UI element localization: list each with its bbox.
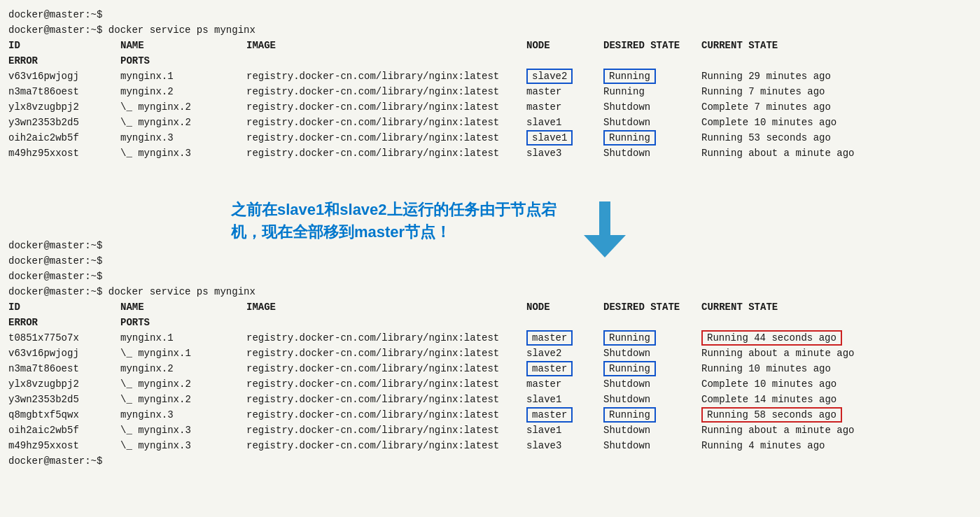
row-name: \_ mynginx.2 <box>120 101 246 113</box>
row-current-state: Running 10 minutes ago <box>701 363 883 374</box>
row-desired-state: Running <box>603 132 701 143</box>
node-boxed: master <box>526 330 573 346</box>
col-id-header: ID <box>8 40 120 51</box>
dstate-boxed: Running <box>603 407 656 423</box>
col2-node-header: NODE <box>526 302 603 313</box>
table-row: v63v16pwjogj\_ mynginx.1registry.docker-… <box>0 346 980 361</box>
row-node: master <box>526 332 603 344</box>
row-current-state: Running about a minute ago <box>701 425 883 436</box>
row-image: registry.docker-cn.com/library/nginx:lat… <box>246 71 526 82</box>
dstate-boxed: Running <box>603 330 656 346</box>
table1-subheader: ERROR PORTS <box>0 53 980 69</box>
row-desired-state: Shutdown <box>603 440 701 451</box>
node-boxed: slave2 <box>526 69 573 84</box>
arrow-down-icon <box>584 201 626 260</box>
row-image: registry.docker-cn.com/library/nginx:lat… <box>246 117 526 128</box>
table1-header: ID NAME IMAGE NODE DESIRED STATE CURRENT… <box>0 38 980 53</box>
row-image: registry.docker-cn.com/library/nginx:lat… <box>246 363 526 374</box>
cstate-boxed: Running 44 seconds ago <box>701 330 842 346</box>
row-id: m49hz95xxost <box>8 440 120 451</box>
row-name: mynginx.2 <box>120 363 246 374</box>
table-row: q8mgbtxf5qwxmynginx.3registry.docker-cn.… <box>0 407 980 423</box>
footer-prompt: docker@master:~$ <box>0 453 980 469</box>
table2-header: ID NAME IMAGE NODE DESIRED STATE CURRENT… <box>0 299 980 315</box>
row-node: slave1 <box>526 132 603 143</box>
row-image: registry.docker-cn.com/library/nginx:lat… <box>246 86 526 97</box>
row-current-state: Running 44 seconds ago <box>701 332 883 344</box>
dstate-boxed: Running <box>603 361 656 376</box>
row-id: v63v16pwjogj <box>8 348 120 359</box>
prompt2-line-3: docker@master:~$ <box>0 269 980 284</box>
row-node: master <box>526 86 603 97</box>
row-desired-state: Shutdown <box>603 394 701 405</box>
row-node: slave2 <box>526 348 603 359</box>
footer-prompt-text: docker@master:~$ <box>8 455 102 467</box>
table-row: m49hz95xxost\_ mynginx.3registry.docker-… <box>0 438 980 453</box>
row-name: \_ mynginx.3 <box>120 425 246 436</box>
svg-rect-1 <box>599 201 610 238</box>
col-dstate-header: DESIRED STATE <box>603 40 701 51</box>
row-node: slave1 <box>526 394 603 405</box>
col-cstate-header: CURRENT STATE <box>701 40 883 51</box>
row-current-state: Running 7 minutes ago <box>701 86 883 97</box>
row-node: slave1 <box>526 425 603 436</box>
row-name: \_ mynginx.1 <box>120 348 246 359</box>
row-current-state: Complete 10 minutes ago <box>701 378 883 390</box>
table-row: y3wn2353b2d5\_ mynginx.2registry.docker-… <box>0 392 980 407</box>
row-id: v63v16pwjogj <box>8 71 120 82</box>
row-desired-state: Shutdown <box>603 101 701 113</box>
row-id: oih2aic2wb5f <box>8 425 120 436</box>
row-node: slave3 <box>526 148 603 159</box>
row-desired-state: Running <box>603 363 701 374</box>
row-desired-state: Shutdown <box>603 425 701 436</box>
command2-text: docker@master:~$ docker service ps myngi… <box>8 286 255 297</box>
row-current-state: Running about a minute ago <box>701 348 883 359</box>
prompt-line-2: docker@master:~$ docker service ps myngi… <box>0 22 980 38</box>
svg-marker-2 <box>584 235 626 257</box>
col2-ports-header: PORTS <box>120 317 246 328</box>
prompt-line-1: docker@master:~$ <box>0 7 980 22</box>
row-desired-state: Shutdown <box>603 117 701 128</box>
row-name: mynginx.1 <box>120 332 246 344</box>
row-current-state: Running about a minute ago <box>701 148 883 159</box>
row-node: slave2 <box>526 71 603 82</box>
prompt-text: docker@master:~$ <box>8 9 102 20</box>
col2-dstate-header: DESIRED STATE <box>603 302 701 313</box>
row-name: mynginx.2 <box>120 86 246 97</box>
col2-error-header: ERROR <box>8 317 120 328</box>
row-desired-state: Shutdown <box>603 378 701 390</box>
table-row: n3ma7t86oestmynginx.2registry.docker-cn.… <box>0 84 980 99</box>
row-image: registry.docker-cn.com/library/nginx:lat… <box>246 440 526 451</box>
annotation-overlay: 之前在slave1和slave2上运行的任务由于节点宕机，现在全部移到maste… <box>231 199 626 260</box>
row-id: ylx8vzugbpj2 <box>8 101 120 113</box>
prompt2-text-1: docker@master:~$ <box>8 240 102 251</box>
row-name: \_ mynginx.3 <box>120 440 246 451</box>
row-node: master <box>526 363 603 374</box>
col2-id-header: ID <box>8 302 120 313</box>
prompt2-line-4: docker@master:~$ docker service ps myngi… <box>0 284 980 299</box>
row-current-state: Running 58 seconds ago <box>701 409 883 420</box>
row-node: master <box>526 101 603 113</box>
row-current-state: Complete 14 minutes ago <box>701 394 883 405</box>
cstate-boxed: Running 58 seconds ago <box>701 407 842 423</box>
dstate-boxed: Running <box>603 130 656 146</box>
row-name: mynginx.1 <box>120 71 246 82</box>
row-image: registry.docker-cn.com/library/nginx:lat… <box>246 132 526 143</box>
table-row: v63v16pwjogjmynginx.1registry.docker-cn.… <box>0 69 980 84</box>
row-current-state: Complete 7 minutes ago <box>701 101 883 113</box>
row-image: registry.docker-cn.com/library/nginx:lat… <box>246 378 526 390</box>
col-node-header: NODE <box>526 40 603 51</box>
table2-subheader: ERROR PORTS <box>0 315 980 330</box>
table-row: n3ma7t86oestmynginx.2registry.docker-cn.… <box>0 361 980 376</box>
table-row: oih2aic2wb5f\_ mynginx.3registry.docker-… <box>0 423 980 438</box>
command-text: docker@master:~$ docker service ps myngi… <box>8 24 255 36</box>
row-name: \_ mynginx.2 <box>120 394 246 405</box>
row-image: registry.docker-cn.com/library/nginx:lat… <box>246 409 526 420</box>
row-id: m49hz95xxost <box>8 148 120 159</box>
node-boxed: master <box>526 361 573 376</box>
row-desired-state: Running <box>603 409 701 420</box>
table-row: oih2aic2wb5fmynginx.3registry.docker-cn.… <box>0 130 980 146</box>
row-desired-state: Running <box>603 86 701 97</box>
node-boxed: slave1 <box>526 130 573 146</box>
row-current-state: Running 4 minutes ago <box>701 440 883 451</box>
